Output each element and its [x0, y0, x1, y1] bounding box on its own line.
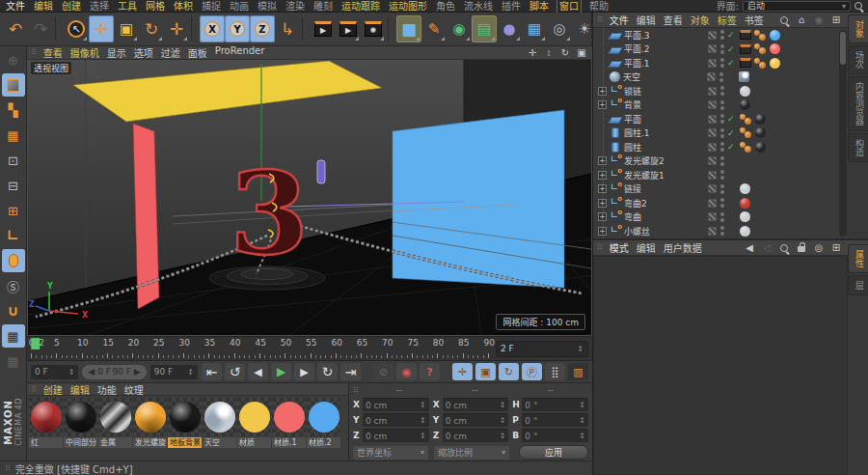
material-swatch[interactable]: 中间部分: [64, 398, 97, 448]
timeline-mode-button[interactable]: ▥: [568, 363, 588, 380]
rotation-field[interactable]: 0 ° ↕: [522, 429, 588, 442]
polygons-mode-icon[interactable]: ⊞: [2, 199, 25, 222]
menu-item[interactable]: 渲染: [285, 0, 305, 13]
separator[interactable]: [191, 17, 198, 41]
visibility-dots[interactable]: [719, 100, 724, 110]
object-row[interactable]: + 发光螺旋2 ✓: [593, 154, 848, 169]
scale-mode-dropdown[interactable]: 缩放比例 ▾: [434, 446, 509, 460]
panel-handle[interactable]: ⠿: [5, 464, 10, 473]
layer-chip[interactable]: [707, 72, 716, 81]
material-tag-icon[interactable]: [740, 183, 750, 194]
object-name[interactable]: 发光螺旋2: [624, 154, 705, 167]
keyframe-selection-button[interactable]: ?: [420, 363, 440, 380]
stepper-icon[interactable]: ↕: [579, 416, 585, 425]
enabled-check-icon[interactable]: ✓: [727, 44, 737, 54]
live-selection-icon[interactable]: ↖: [64, 15, 89, 42]
object-name[interactable]: 平面.2: [624, 42, 705, 55]
object-row[interactable]: + 背景 ✓: [593, 98, 848, 113]
menu-item[interactable]: 帮助: [589, 0, 609, 13]
purple-capsule-object[interactable]: [317, 160, 325, 183]
orbit-view-icon[interactable]: ↻: [558, 47, 572, 59]
stepper-icon[interactable]: ↕: [500, 416, 506, 425]
enabled-check-icon[interactable]: ✓: [727, 30, 737, 40]
render-settings-icon[interactable]: ✺: [361, 15, 386, 42]
visibility-dots[interactable]: [719, 30, 724, 40]
apply-button[interactable]: 应用: [519, 445, 588, 460]
edges-mode-icon[interactable]: ⊟: [2, 174, 25, 197]
goto-end-button[interactable]: ⇥: [340, 363, 361, 380]
dolly-view-icon[interactable]: ↕: [542, 47, 556, 59]
enabled-check-icon[interactable]: ✓: [727, 142, 737, 152]
render-picture-viewer-icon[interactable]: ▶: [336, 15, 361, 42]
goto-start-button[interactable]: ⇤: [202, 363, 222, 380]
expand-toggle[interactable]: +: [598, 227, 607, 236]
menu-item[interactable]: 纹理: [124, 382, 144, 397]
panel-handle[interactable]: ⠿: [31, 48, 36, 57]
menu-item[interactable]: 选项: [134, 45, 153, 60]
object-row[interactable]: 平面.2 ✓: [593, 42, 848, 57]
layer-chip[interactable]: [708, 212, 717, 221]
object-row[interactable]: + 发光螺旋1 ✓: [593, 168, 848, 182]
search-icon[interactable]: [854, 2, 862, 10]
object-name[interactable]: 链接: [624, 182, 705, 195]
menu-item[interactable]: 模式: [610, 240, 629, 255]
viewport-canvas[interactable]: 3 Y X Z: [28, 60, 591, 335]
layer-chip[interactable]: [708, 199, 717, 208]
search-icon[interactable]: [777, 14, 791, 26]
material-tag-icon[interactable]: [770, 43, 780, 54]
stepper-icon[interactable]: ↕: [68, 368, 75, 377]
preview-range-slider[interactable]: ◀ 0 F 90 F ▶: [82, 365, 146, 379]
panel-tab[interactable]: 对象: [848, 14, 868, 43]
phong-tag-icon[interactable]: [740, 142, 752, 153]
expand-toggle[interactable]: [598, 128, 607, 137]
material-tag-icon[interactable]: [770, 58, 780, 69]
panel-tab[interactable]: 内容浏览器: [848, 76, 868, 131]
menu-item[interactable]: 摄像机: [70, 45, 99, 60]
panel-tab[interactable]: 场次: [848, 45, 868, 74]
object-row[interactable]: 圆柱.1 ✓: [593, 126, 848, 141]
menu-item[interactable]: 文件: [610, 13, 629, 27]
menu-item[interactable]: 编辑: [637, 240, 656, 255]
key-rotation-button[interactable]: ↻: [499, 363, 519, 380]
menu-item[interactable]: 流水线: [464, 0, 493, 13]
phong-tag-icon[interactable]: [740, 127, 752, 138]
viewport-mouse-icon[interactable]: [2, 249, 25, 272]
visibility-dots[interactable]: [719, 212, 724, 222]
floor-environment-icon[interactable]: ▦: [522, 15, 547, 42]
visibility-dots[interactable]: [719, 142, 724, 152]
menu-item[interactable]: 过滤: [161, 45, 180, 60]
material-tag-icon[interactable]: [740, 211, 750, 222]
visibility-dots[interactable]: [719, 114, 724, 124]
numeral-3-object[interactable]: 3: [230, 146, 309, 280]
object-name[interactable]: 弯曲: [624, 210, 705, 223]
menu-item[interactable]: 捕捉: [202, 0, 221, 13]
object-name[interactable]: 小螺丝: [624, 225, 705, 238]
menu-item[interactable]: 角色: [436, 0, 455, 13]
material-swatch[interactable]: 材质.2: [307, 398, 340, 448]
key-point-level-button[interactable]: ⣿: [545, 363, 565, 380]
menu-item[interactable]: 选择: [90, 0, 109, 13]
texture-tag-icon[interactable]: [739, 71, 749, 82]
menu-item[interactable]: 面板: [188, 45, 207, 60]
position-field[interactable]: 0 cm ↕: [363, 398, 429, 411]
magnet-snap-icon[interactable]: ∪: [2, 299, 25, 322]
layer-chip[interactable]: [708, 184, 717, 193]
x-axis-lock-icon[interactable]: X: [200, 15, 225, 42]
viewport-scene[interactable]: 3 Y X Z 透视视图 网格间距 : 100 cm: [28, 60, 591, 335]
move-tool-icon[interactable]: ✛: [89, 15, 114, 42]
filter-icon[interactable]: ◉: [812, 14, 826, 26]
menu-item[interactable]: 编辑: [70, 382, 90, 397]
points-mode-icon[interactable]: ⊡: [2, 149, 25, 172]
phong-tag-icon[interactable]: [740, 114, 752, 125]
pan-view-icon[interactable]: ✛: [526, 47, 539, 59]
menu-item[interactable]: 编辑: [637, 13, 656, 27]
visibility-dots[interactable]: [719, 44, 724, 54]
phong-tag-icon[interactable]: [754, 43, 767, 54]
z-axis-lock-icon[interactable]: Z: [250, 15, 275, 42]
record-active-objects-button[interactable]: ⊘: [373, 363, 393, 380]
menu-item[interactable]: 运动图形: [389, 0, 427, 13]
menu-item[interactable]: 体积: [174, 0, 193, 13]
menu-item[interactable]: 创建: [62, 0, 81, 13]
key-position-button[interactable]: ✛: [452, 363, 473, 380]
pen-spline-icon[interactable]: ✎: [421, 15, 447, 42]
